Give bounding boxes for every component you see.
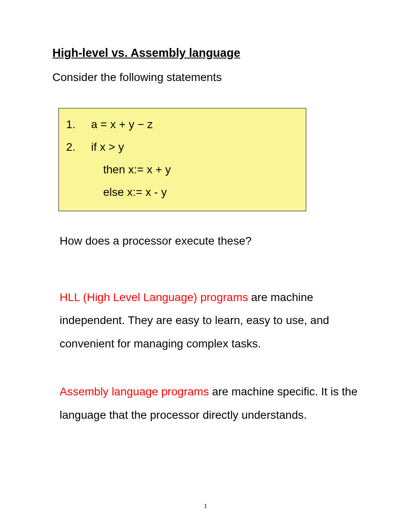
page-title: High-level vs. Assembly language xyxy=(52,46,359,60)
code-line-number: 2. xyxy=(66,141,91,154)
code-line-3: then x:= x + y xyxy=(66,163,299,176)
paragraph-assembly: Assembly language programs are machine s… xyxy=(60,380,359,426)
code-line-1: 1. a = x + y − z xyxy=(66,118,299,131)
code-line-text: then x:= x + y xyxy=(103,163,171,176)
hll-highlight: HLL (High Level Language) programs xyxy=(60,291,248,303)
assembly-highlight: Assembly language programs xyxy=(60,385,209,398)
question-text: How does a processor execute these? xyxy=(60,235,359,247)
code-line-4: else x:= x - y xyxy=(66,186,299,199)
document-page: High-level vs. Assembly language Conside… xyxy=(0,0,411,426)
page-number: 1 xyxy=(0,503,411,510)
paragraph-hll: HLL (High Level Language) programs are m… xyxy=(60,286,359,355)
intro-text: Consider the following statements xyxy=(52,71,359,84)
code-line-text: a = x + y − z xyxy=(91,118,153,131)
code-line-number: 1. xyxy=(66,118,91,131)
code-example-box: 1. a = x + y − z 2. if x > y then x:= x … xyxy=(58,108,306,211)
code-line-text: else x:= x - y xyxy=(103,186,167,199)
code-line-text: if x > y xyxy=(91,141,124,154)
code-line-2: 2. if x > y xyxy=(66,141,299,154)
